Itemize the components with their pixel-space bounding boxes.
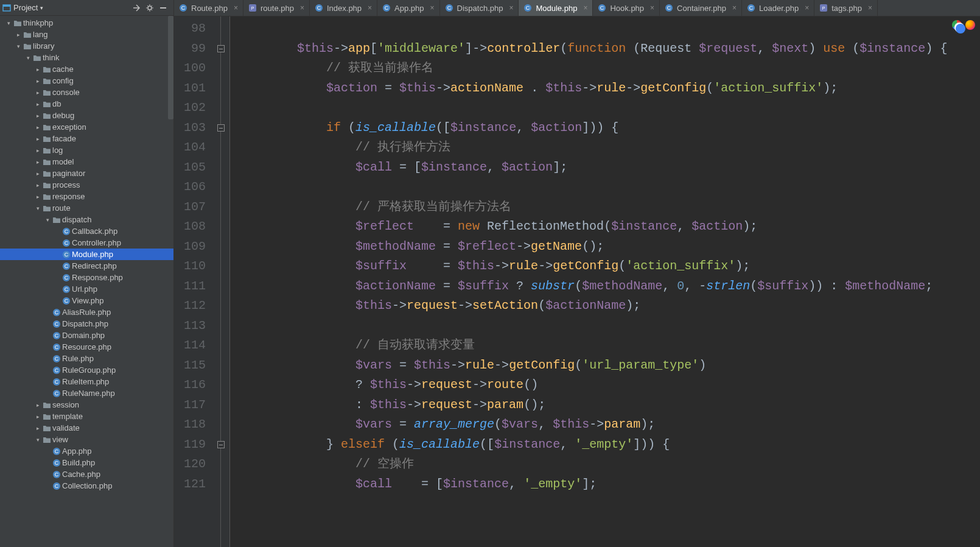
- code-line[interactable]: $suffix = $this->rule->getConfig('action…: [239, 256, 980, 277]
- tree-item[interactable]: CUrl.php: [0, 283, 173, 295]
- tree-item[interactable]: CView.php: [0, 295, 173, 306]
- code-line[interactable]: $call = [$instance, $action];: [239, 158, 980, 178]
- chevron-down-icon[interactable]: ▾: [24, 55, 32, 61]
- line-number[interactable]: 101: [174, 79, 206, 99]
- tree-item[interactable]: ▾library: [0, 40, 173, 52]
- code-line[interactable]: $action = $this->actionName . $this->rul…: [239, 79, 980, 99]
- close-icon[interactable]: ×: [583, 4, 587, 12]
- editor-tab[interactable]: CLoader.php×: [742, 0, 814, 16]
- close-icon[interactable]: ×: [300, 4, 304, 12]
- chevron-right-icon[interactable]: ▸: [34, 113, 41, 119]
- code-line[interactable]: [239, 316, 980, 336]
- tree-item[interactable]: CRedirect.php: [0, 260, 173, 272]
- tree-item[interactable]: ▸exception: [0, 121, 173, 133]
- line-number[interactable]: 98: [174, 19, 206, 39]
- tree-item[interactable]: ▸validate: [0, 422, 173, 434]
- tree-item[interactable]: ▸db: [0, 98, 173, 110]
- chevron-right-icon[interactable]: ▸: [34, 78, 41, 84]
- chevron-right-icon[interactable]: ▸: [34, 66, 41, 72]
- tree-item[interactable]: ▾thinkphp: [0, 17, 173, 29]
- code-line[interactable]: [239, 19, 980, 39]
- tree-scrollbar[interactable]: [168, 16, 173, 119]
- tree-item[interactable]: ▸config: [0, 75, 173, 86]
- tree-item[interactable]: CResource.php: [0, 341, 173, 353]
- code-line[interactable]: } elseif (is_callable([$instance, '_empt…: [239, 435, 980, 455]
- tree-item[interactable]: ▾route: [0, 202, 173, 214]
- chevron-right-icon[interactable]: ▸: [34, 124, 41, 130]
- tree-item[interactable]: CController.php: [0, 237, 173, 249]
- line-number[interactable]: 100: [174, 58, 206, 79]
- code-line[interactable]: $call = [$instance, '_empty'];: [239, 475, 980, 495]
- line-number[interactable]: 121: [174, 475, 206, 495]
- chevron-down-icon[interactable]: ▾: [5, 20, 12, 26]
- fold-collapse-icon[interactable]: [217, 45, 225, 52]
- line-number[interactable]: 115: [174, 356, 206, 376]
- chevron-right-icon[interactable]: ▸: [34, 90, 41, 96]
- tree-item[interactable]: ▾view: [0, 434, 173, 445]
- code-line[interactable]: // 自动获取请求变量: [239, 336, 980, 356]
- tree-item[interactable]: CRuleItem.php: [0, 376, 173, 387]
- line-number[interactable]: 105: [174, 158, 206, 178]
- tree-item[interactable]: CBuild.php: [0, 457, 173, 468]
- tree-item[interactable]: CCache.php: [0, 468, 173, 480]
- editor-tab[interactable]: CHook.php×: [593, 0, 660, 16]
- tree-item[interactable]: ▸facade: [0, 133, 173, 144]
- chevron-right-icon[interactable]: ▸: [34, 425, 41, 431]
- firefox-icon[interactable]: [965, 20, 975, 30]
- tree-item[interactable]: ▸debug: [0, 110, 173, 121]
- scroll-from-source-icon[interactable]: [130, 1, 143, 15]
- chevron-right-icon[interactable]: ▸: [34, 136, 41, 142]
- tree-item[interactable]: ▾dispatch: [0, 214, 173, 225]
- hide-icon[interactable]: [156, 1, 170, 15]
- line-number[interactable]: 116: [174, 375, 206, 395]
- tree-item[interactable]: CResponse.php: [0, 272, 173, 283]
- chevron-right-icon[interactable]: ▸: [34, 147, 41, 154]
- chevron-down-icon[interactable]: ▾: [15, 43, 22, 49]
- line-number[interactable]: 102: [174, 98, 206, 118]
- editor-tab[interactable]: Ptags.php×: [814, 0, 878, 16]
- close-icon[interactable]: ×: [509, 4, 513, 12]
- line-number[interactable]: 103: [174, 118, 206, 138]
- tree-item[interactable]: ▸template: [0, 411, 173, 422]
- tree-item[interactable]: ▸log: [0, 144, 173, 156]
- line-number[interactable]: 117: [174, 395, 206, 415]
- tree-item[interactable]: CCallback.php: [0, 225, 173, 237]
- tree-item[interactable]: CRule.php: [0, 353, 173, 364]
- code-line[interactable]: $vars = array_merge($vars, $this->param)…: [239, 415, 980, 435]
- tree-item[interactable]: CDispatch.php: [0, 318, 173, 330]
- close-icon[interactable]: ×: [234, 4, 238, 12]
- tree-item[interactable]: CModule.php: [0, 249, 173, 260]
- editor-tab[interactable]: CIndex.php×: [310, 0, 377, 16]
- tree-item[interactable]: ▾think: [0, 52, 173, 63]
- chevron-down-icon[interactable]: ▾: [44, 217, 51, 223]
- code-line[interactable]: $actionName = $suffix ? substr($methodNa…: [239, 277, 980, 297]
- chevron-right-icon[interactable]: ▸: [34, 414, 41, 420]
- code-line[interactable]: $this->app['middleware']->controller(fun…: [239, 39, 980, 59]
- code-line[interactable]: // 严格获取当前操作方法名: [239, 197, 980, 217]
- fold-collapse-icon[interactable]: [217, 441, 225, 448]
- tree-item[interactable]: CAliasRule.php: [0, 306, 173, 318]
- line-number[interactable]: 109: [174, 237, 206, 257]
- line-number[interactable]: 120: [174, 454, 206, 475]
- code-line[interactable]: ? $this->request->route(): [239, 375, 980, 395]
- tree-item[interactable]: CApp.php: [0, 445, 173, 457]
- chevron-right-icon[interactable]: ▸: [34, 171, 41, 177]
- close-icon[interactable]: ×: [732, 4, 737, 12]
- gutter-fold[interactable]: [217, 16, 230, 547]
- code-line[interactable]: // 执行操作方法: [239, 138, 980, 158]
- chevron-down-icon[interactable]: ▾: [34, 437, 41, 443]
- tree-item[interactable]: CRuleName.php: [0, 387, 173, 399]
- chevron-right-icon[interactable]: ▸: [34, 402, 41, 408]
- tree-item[interactable]: CRuleGroup.php: [0, 364, 173, 376]
- code-line[interactable]: $reflect = new ReflectionMethod($instanc…: [239, 217, 980, 237]
- code-line[interactable]: [239, 98, 980, 118]
- chrome-icon[interactable]: [952, 20, 962, 30]
- code-line[interactable]: $methodName = $reflect->getName();: [239, 237, 980, 257]
- code-line[interactable]: $vars = $this->rule->getConfig('url_para…: [239, 356, 980, 376]
- line-number[interactable]: 106: [174, 177, 206, 197]
- code-line[interactable]: [239, 177, 980, 197]
- project-tree[interactable]: ▾thinkphp▸lang▾library▾think▸cache▸confi…: [0, 16, 173, 547]
- line-number[interactable]: 112: [174, 296, 206, 316]
- line-number[interactable]: 114: [174, 336, 206, 356]
- line-number[interactable]: 119: [174, 435, 206, 455]
